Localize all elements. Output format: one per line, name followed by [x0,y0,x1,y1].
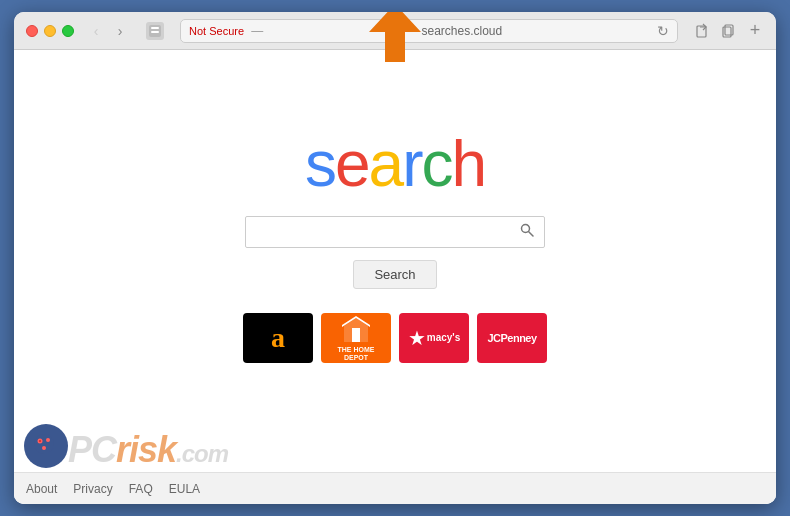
close-button[interactable] [26,25,38,37]
add-tab-icon[interactable]: + [746,22,764,40]
footer-about[interactable]: About [26,482,57,496]
minimize-button[interactable] [44,25,56,37]
address-bar[interactable]: Not Secure — searches.cloud ↻ [180,19,678,43]
logo-letter-e: e [335,128,369,200]
macys-text: macy's [427,332,461,343]
forward-button[interactable]: › [110,21,130,41]
quick-link-jcpenney[interactable]: JCPenney [477,313,547,363]
search-input-area [245,216,545,248]
search-input[interactable] [254,224,518,240]
maximize-button[interactable] [62,25,74,37]
search-logo: search [305,132,485,196]
jcpenney-text: JCPenney [487,332,536,344]
quick-link-amazon[interactable]: a [243,313,313,363]
traffic-lights [26,25,74,37]
svg-point-15 [39,440,41,442]
pcrisk-full-text: PCrisk.com [68,432,228,468]
url-text: searches.cloud [271,24,653,38]
homedepot-logo-icon [340,314,372,346]
footer-faq[interactable]: FAQ [129,482,153,496]
back-button[interactable]: ‹ [86,21,106,41]
page-content: search Search a [14,50,776,504]
svg-line-9 [529,232,534,237]
svg-point-17 [42,446,46,450]
macys-star: ★ [408,326,426,350]
svg-point-13 [34,434,54,454]
search-icon-button[interactable] [518,221,536,242]
footer-privacy[interactable]: Privacy [73,482,112,496]
svg-point-16 [46,438,50,442]
pcrisk-icon [24,424,68,468]
quick-link-homedepot[interactable]: THE HOMEDEPOT [321,313,391,363]
tab-icon [146,22,164,40]
copy-icon[interactable] [720,22,738,40]
share-icon[interactable] [694,22,712,40]
pcrisk-text-area: PCrisk.com [68,432,228,468]
tab-area [146,22,164,40]
reload-button[interactable]: ↻ [657,23,669,39]
logo-letter-c: c [421,128,451,200]
svg-rect-1 [151,27,159,29]
security-label: Not Secure [189,25,244,37]
separator: — [248,24,267,38]
search-button[interactable]: Search [353,260,436,289]
logo-letter-h: h [451,128,485,200]
logo-letter-a: a [369,128,403,200]
logo-letter-s: s [305,128,335,200]
title-bar: ‹ › Not Secure — searches.cloud ↻ + [14,12,776,50]
toolbar-right: + [694,22,764,40]
pcrisk-logo-svg [30,430,62,462]
svg-rect-12 [352,328,360,342]
footer-eula[interactable]: EULA [169,482,200,496]
logo-letter-r: r [402,128,421,200]
quick-links: a THE HOMEDEPOT ★ macy's JCPenney [243,313,547,363]
quick-link-macys[interactable]: ★ macy's [399,313,469,363]
pcrisk-watermark: PCrisk.com [24,424,228,468]
footer: About Privacy FAQ EULA [14,472,776,504]
amazon-logo: a [271,322,285,354]
homedepot-text: THE HOMEDEPOT [338,346,375,361]
browser-window: ‹ › Not Secure — searches.cloud ↻ + [14,12,776,504]
nav-buttons: ‹ › [86,21,130,41]
svg-rect-2 [151,31,159,33]
